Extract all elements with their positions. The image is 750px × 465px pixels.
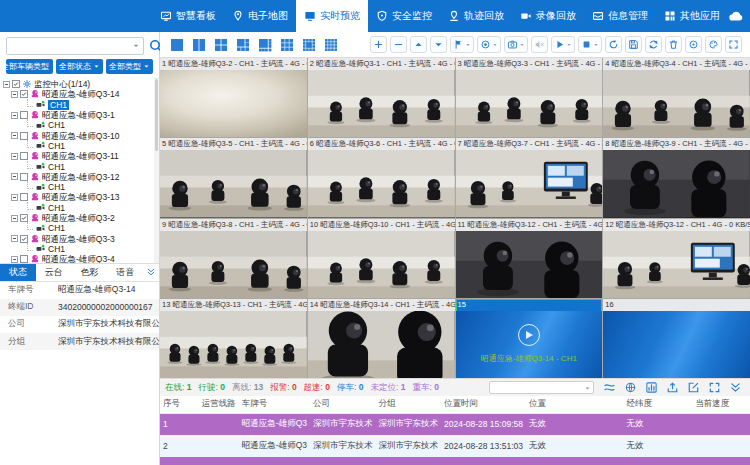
stop-button[interactable] (578, 36, 602, 53)
record-button[interactable] (477, 36, 501, 53)
video-cell-13[interactable]: 13 昭通应急-雄师Q3-13 - CH1 - 主码流 - 4G - 0 ... (160, 299, 307, 378)
color-button[interactable] (705, 36, 722, 53)
dropdown-caret-icon[interactable] (519, 42, 525, 48)
video-cell-16[interactable]: 16 (603, 299, 750, 378)
tree-device-item[interactable]: 昭通应急-雄师Q3-1 (3, 110, 153, 120)
cloud-button[interactable] (728, 0, 750, 32)
video-cell-12[interactable]: 12 昭通应急-雄师Q3-12 - CH1 - 4G - 0 KB/S / 2.… (603, 219, 750, 298)
snapshot-button[interactable] (450, 36, 474, 53)
table-row-3[interactable]: 3 (160, 457, 750, 465)
expander-icon[interactable] (11, 132, 18, 139)
tree-channel-item[interactable]: CH1 (3, 244, 153, 254)
tree-device-item[interactable]: 昭通应急-雄师Q3-12 (3, 172, 153, 182)
nav-tab-info-management[interactable]: 信息管理 (584, 0, 656, 32)
tree-checkbox[interactable] (20, 214, 28, 222)
table-row-1[interactable]: 1昭通应急-雄师Q3深圳市宇东技术深圳市宇东技术2024-08-28 15:09… (160, 413, 750, 435)
expander-icon[interactable] (11, 112, 18, 119)
tree-checkbox[interactable] (12, 80, 20, 88)
tree-channel-item[interactable]: CH1 (3, 182, 153, 192)
layout-8-button[interactable] (256, 36, 273, 53)
sync-button[interactable] (645, 36, 662, 53)
layout-13-button[interactable] (300, 36, 317, 53)
expander-icon[interactable] (11, 256, 18, 263)
export-button[interactable] (666, 381, 679, 394)
tree-checkbox[interactable] (20, 173, 28, 181)
video-cell-15[interactable]: 15 昭通应急-雄师Q3-14 - CH1 (456, 299, 603, 378)
layout-9-button[interactable] (278, 36, 295, 53)
expander-icon[interactable] (11, 235, 18, 242)
sidebar-tab-status[interactable]: 状态 (0, 264, 36, 281)
tree-checkbox[interactable] (20, 111, 28, 119)
nav-tab-safety-monitor[interactable]: 安全监控 (368, 0, 440, 32)
play-overlay-icon[interactable] (518, 324, 540, 346)
web-button[interactable] (624, 381, 637, 394)
sidebar-tab-ptz[interactable]: 云台 (36, 264, 72, 281)
video-cell-5[interactable]: 5 昭通应急-雄师Q3-5 - CH1 - 主码流 - 4G - 0 K... (160, 138, 307, 217)
expander-icon[interactable] (11, 91, 18, 98)
save-button[interactable] (625, 36, 642, 53)
tree-device-item[interactable]: 昭通应急-雄师Q3-13 (3, 192, 153, 202)
tree-device-item[interactable]: 昭通应急-雄师Q3-3 (3, 233, 153, 243)
video-cell-3[interactable]: 3 昭通应急-雄师Q3-3 - CH1 - 主码流 - 4G - 0 K... (456, 58, 603, 137)
camera-button[interactable] (504, 36, 528, 53)
sidebar-tab-color[interactable]: 色彩 (72, 264, 108, 281)
video-cell-11[interactable]: 11 昭通应急-雄师Q3-12 - CH1 - 主码流 - 4G - 0 ... (456, 219, 603, 298)
nav-tab-video-playback[interactable]: 录像回放 (512, 0, 584, 32)
tree-checkbox[interactable] (20, 132, 28, 140)
tree-channel-item[interactable]: CH1 (3, 161, 153, 171)
video-cell-9[interactable]: 9 昭通应急-雄师Q3-8 - CH1 - 主码流 - 4G - 0 K... (160, 219, 307, 298)
page-down-button[interactable] (430, 36, 447, 53)
tree-device-item[interactable]: 昭通应急-雄师Q3-14 (3, 89, 153, 99)
tree-channel-item[interactable]: CH1 (3, 120, 153, 130)
search-input[interactable] (7, 38, 132, 54)
focus-button[interactable] (685, 36, 702, 53)
filter-type-select[interactable]: 全部类型 (106, 59, 153, 74)
filter-status-select[interactable]: 全部状态 (56, 59, 103, 74)
tree-checkbox[interactable] (20, 193, 28, 201)
search-dropdown-caret-icon[interactable] (132, 42, 143, 50)
video-cell-10[interactable]: 10 昭通应急-雄师Q3-10 - CH1 - 主码流 - 4G - 0 ... (308, 219, 455, 298)
tree-checkbox[interactable] (20, 255, 28, 262)
layout-6-button[interactable] (234, 36, 251, 53)
tree-device-item[interactable]: 昭通应急-雄师Q3-10 (3, 130, 153, 140)
tree-device-item[interactable]: 昭通应急-雄师Q3-4 (3, 254, 153, 262)
mute-button[interactable] (531, 36, 548, 53)
expander-icon[interactable] (11, 194, 18, 201)
video-cell-6[interactable]: 6 昭通应急-雄师Q3-6 - CH1 - 主码流 - 4G - 0 K... (308, 138, 455, 217)
play-button[interactable] (551, 36, 575, 53)
fullscreen-button[interactable] (725, 36, 742, 53)
tree-device-item[interactable]: 昭通应急-雄师Q3-11 (3, 151, 153, 161)
clear-button[interactable] (665, 36, 682, 53)
video-cell-4[interactable]: 4 昭通应急-雄师Q3-4 - CH1 - 主码流 - 4G - 0 KB... (603, 58, 750, 137)
tree-channel-item[interactable]: CH1 (3, 223, 153, 233)
video-cell-7[interactable]: 7 昭通应急-雄师Q3-7 - CH1 - 主码流 - 4G - 0 K... (456, 138, 603, 217)
dropdown-caret-icon[interactable] (465, 42, 471, 48)
video-cell-2[interactable]: 2 昭通应急-雄师Q3-1 - CH1 - 主码流 - 4G - 0 K... (308, 58, 455, 137)
dropdown-caret-icon[interactable] (492, 42, 498, 48)
dropdown-caret-icon[interactable] (593, 42, 599, 48)
layout-2-button[interactable] (190, 36, 207, 53)
expander-icon[interactable] (11, 153, 18, 160)
page-up-button[interactable] (410, 36, 427, 53)
nav-tab-live-preview[interactable]: 实时预览 (296, 0, 368, 32)
tree-checkbox[interactable] (20, 235, 28, 243)
table-row-2[interactable]: 2昭通应急-雄师Q3深圳市宇东技术深圳市宇东技术2024-08-28 13:51… (160, 435, 750, 457)
dropdown-caret-icon[interactable] (566, 42, 572, 48)
nav-tab-smart-board[interactable]: 智慧看板 (152, 0, 224, 32)
refresh-button[interactable] (605, 36, 622, 53)
tree-checkbox[interactable] (20, 152, 28, 160)
remove-button[interactable] (390, 36, 407, 53)
nav-tab-track-playback[interactable]: 轨迹回放 (440, 0, 512, 32)
tree-channel-item[interactable]: CH1 (3, 141, 153, 151)
expander-icon[interactable] (11, 173, 18, 180)
video-cell-14[interactable]: 14 昭通应急-雄师Q3-14 - CH1 - 主码流 - 4G - 3... (308, 299, 455, 378)
video-cell-1[interactable]: 1 昭通应急-雄师Q3-2 - CH1 - 主码流 - 4G - 0 K... (160, 58, 307, 137)
chart-button[interactable] (645, 381, 658, 394)
edit-button[interactable] (687, 381, 700, 394)
layout-1-button[interactable] (168, 36, 185, 53)
filter-vehicle-type-select[interactable]: 全部车辆类型 (6, 59, 53, 74)
expander-icon[interactable] (11, 215, 18, 222)
nav-tab-e-map[interactable]: 电子地图 (224, 0, 296, 32)
video-cell-8[interactable]: 8 昭通应急-雄师Q3-9 - CH1 - 主码流 - 4G - 0 KB... (603, 138, 750, 217)
layout-4-button[interactable] (212, 36, 229, 53)
